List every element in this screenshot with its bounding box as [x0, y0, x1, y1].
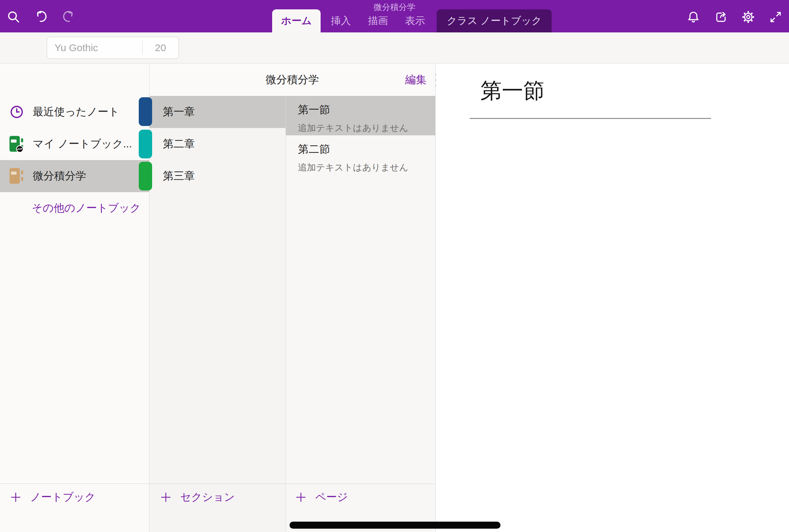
notebook-icon	[9, 167, 25, 185]
add-notebook-button[interactable]: ノートブック	[0, 483, 149, 510]
tab-insert[interactable]: 挿入	[324, 10, 358, 33]
search-button[interactable]	[6, 10, 21, 24]
notebook-color-tab-teal[interactable]	[139, 130, 152, 158]
section-item-chapter1[interactable]: 第一章	[149, 96, 285, 128]
notifications-button[interactable]	[686, 10, 701, 24]
page-item-section2[interactable]: 第二節 追加テキストはありません	[286, 135, 435, 175]
title-underline	[470, 118, 711, 119]
font-name-picker[interactable]: Yu Gothic	[47, 42, 142, 54]
editor-page-title[interactable]: 第一節	[481, 76, 545, 105]
font-box: Yu Gothic 20	[47, 37, 179, 59]
plus-icon	[295, 492, 306, 503]
tab-home[interactable]: ホーム	[272, 10, 321, 33]
notebook-sync-icon	[9, 135, 25, 153]
search-icon	[6, 10, 21, 24]
panel-title: 微分積分学	[266, 73, 319, 87]
undo-icon	[34, 10, 49, 25]
gear-icon	[741, 10, 755, 24]
redo-icon	[61, 10, 76, 25]
titlebar-right-actions	[686, 10, 783, 24]
notebook-color-tab-green[interactable]	[139, 162, 152, 190]
share-icon	[713, 10, 728, 24]
undo-button[interactable]	[34, 10, 49, 24]
pages-column: 第一節 追加テキストはありません 第二節 追加テキストはありません ページ	[286, 96, 436, 532]
tab-draw[interactable]: 描画	[361, 10, 395, 33]
clock-icon	[9, 103, 25, 121]
add-page-button[interactable]: ページ	[286, 483, 435, 510]
bell-icon	[686, 10, 701, 24]
sections-column: 第一章 第二章 第三章 セクション	[149, 96, 286, 532]
sidebar-item-my-notebook[interactable]: マイ ノートブック...	[0, 128, 149, 160]
page-item-section1[interactable]: 第一節 追加テキストはありません	[286, 96, 435, 135]
titlebar: 微分積分学 ホーム 挿入 描画 表示 クラス ノートブック	[0, 0, 789, 33]
tab-view[interactable]: 表示	[398, 10, 432, 33]
section-item-chapter3[interactable]: 第三章	[149, 160, 285, 192]
edit-button[interactable]: 編集	[405, 73, 427, 87]
notebook-list: 最近使ったノート マイ ノートブック...	[0, 96, 149, 224]
expand-icon	[768, 10, 783, 24]
share-button[interactable]	[713, 10, 728, 24]
notebook-color-tab-blue[interactable]	[139, 97, 152, 126]
tab-class-notebook[interactable]: クラス ノートブック	[437, 10, 552, 33]
add-section-button[interactable]: セクション	[149, 483, 285, 510]
sidebar-item-calculus-notebook[interactable]: 微分積分学	[0, 160, 149, 192]
home-indicator[interactable]	[289, 521, 501, 529]
notebooks-sidebar: 最近使ったノート マイ ノートブック...	[0, 63, 149, 532]
page-editor[interactable]: 第一節	[436, 63, 789, 532]
font-size-picker[interactable]: 20	[143, 42, 179, 54]
formatting-toolbar: Yu Gothic 20 B I U abc A	[0, 33, 789, 63]
onenote-app: 微分積分学 ホーム 挿入 描画 表示 クラス ノートブック	[0, 0, 789, 532]
section-item-chapter2[interactable]: 第二章	[149, 128, 285, 160]
sidebar-item-recent-notes[interactable]: 最近使ったノート	[0, 96, 149, 128]
redo-button[interactable]	[61, 10, 76, 24]
plus-icon	[160, 492, 171, 503]
titlebar-left-actions	[6, 10, 76, 24]
ribbon-tabs: ホーム 挿入 描画 表示 クラス ノートブック	[272, 10, 552, 33]
fullscreen-button[interactable]	[768, 10, 783, 24]
notebook-panel-header: 微分積分学 編集	[149, 63, 436, 96]
settings-button[interactable]	[741, 10, 755, 24]
plus-icon	[10, 492, 21, 503]
more-notebooks-link[interactable]: その他のノートブック	[0, 192, 149, 224]
